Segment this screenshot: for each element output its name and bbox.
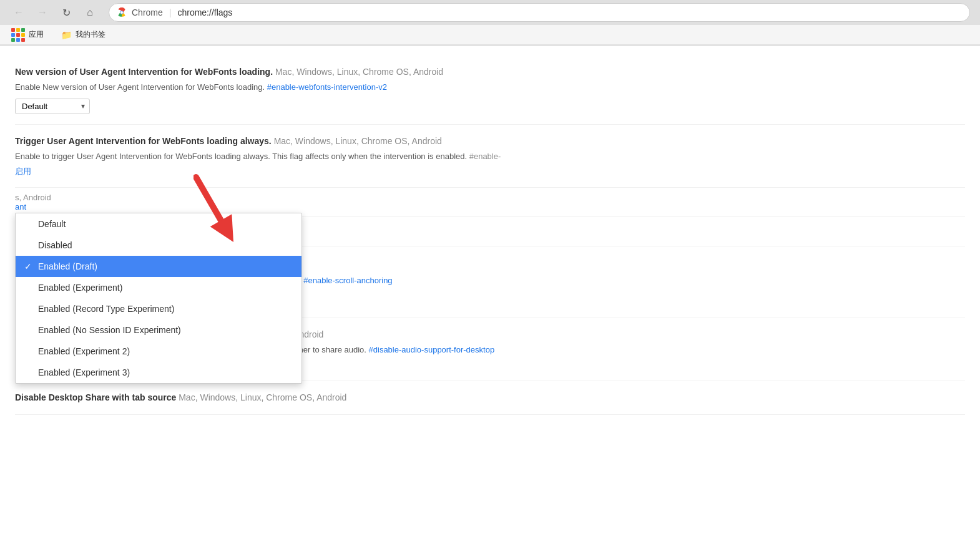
flag-description: Enable to trigger User Agent Interventio… <box>15 150 965 163</box>
apps-grid-icon <box>11 28 25 42</box>
flag-platforms: Mac, Windows, Linux, Chrome OS, Android <box>179 392 346 402</box>
dropdown-label: Enabled (Record Type Experiment) <box>38 304 174 314</box>
flag-webfonts-version: New version of User Agent Intervention f… <box>15 56 965 125</box>
refresh-button[interactable]: ↻ <box>57 4 75 21</box>
dropdown-item-enabled-nosession[interactable]: Enabled (No Session ID Experiment) <box>16 319 301 341</box>
forward-button[interactable]: → <box>34 4 51 21</box>
flag-link-partial: #enable- <box>469 152 501 161</box>
flag-enable-link[interactable]: 启用 <box>15 166 31 177</box>
page-content: New version of User Agent Intervention f… <box>0 46 980 549</box>
svg-point-1 <box>120 11 123 14</box>
partial-platforms: s, Android <box>15 193 51 202</box>
dropdown-label: Default <box>38 219 66 229</box>
flag-disable-desktop-share: Disable Desktop Share with tab source Ma… <box>15 381 965 415</box>
apps-bookmark[interactable]: 应用 <box>7 27 47 43</box>
flag-platforms: Mac, Windows, Linux, Chrome OS, Android <box>275 67 443 77</box>
apps-label: 应用 <box>29 29 44 40</box>
nav-buttons: ← → ↻ ⌂ <box>10 4 99 21</box>
dropdown-menu: Default Disabled ✓ Enabled (Draft) Enabl… <box>15 213 302 384</box>
bookmarks-bar: 应用 📁 我的书签 <box>0 25 980 45</box>
dropdown-item-enabled-experiment3[interactable]: Enabled (Experiment 3) <box>16 362 301 383</box>
folder-label: 我的书签 <box>76 29 105 40</box>
browser-chrome: ← → ↻ ⌂ Chrome | chrome://flags <box>0 0 980 46</box>
flag-title-bold: Trigger User Agent Intervention for WebF… <box>15 136 272 146</box>
dropdown-label: Enabled (Draft) <box>38 261 97 271</box>
browser-title: Chrome <box>132 7 163 17</box>
dropdown-item-enabled-draft[interactable]: ✓ Enabled (Draft) <box>16 256 301 277</box>
flag-title: New version of User Agent Intervention f… <box>15 66 965 79</box>
flag-title-bold: Disable Desktop Share with tab source <box>15 392 176 402</box>
dropdown-item-enabled-experiment2[interactable]: Enabled (Experiment 2) <box>16 341 301 362</box>
flag-anchor-link[interactable]: #enable-webfonts-intervention-v2 <box>267 82 387 92</box>
url-separator: | <box>169 7 172 17</box>
dropdown-item-default[interactable]: Default <box>16 213 301 235</box>
flag-title: Disable Desktop Share with tab source Ma… <box>15 391 965 404</box>
back-button[interactable]: ← <box>10 4 27 21</box>
flag-description: Enable New version of User Agent Interve… <box>15 81 965 94</box>
flag-select[interactable]: Default Disabled Enabled <box>15 99 90 114</box>
partial-link-1[interactable]: ant <box>15 202 26 211</box>
folder-icon: 📁 <box>61 30 72 40</box>
flag-anchor-link[interactable]: #enable-scroll-anchoring <box>303 276 392 285</box>
select-wrapper: Default Disabled Enabled ▾ <box>15 99 90 114</box>
title-bar: ← → ↻ ⌂ Chrome | chrome://flags <box>0 0 980 25</box>
dropdown-label: Enabled (Experiment 2) <box>38 346 130 356</box>
flag-trigger-webfonts: Trigger User Agent Intervention for WebF… <box>15 125 965 188</box>
dropdown-label: Enabled (Experiment) <box>38 283 122 293</box>
dropdown-label: Enabled (No Session ID Experiment) <box>38 325 181 335</box>
flag-platforms: Mac, Windows, Linux, Chrome OS, Android <box>274 136 442 146</box>
url-display: chrome://flags <box>177 7 232 17</box>
dropdown-item-disabled[interactable]: Disabled <box>16 235 301 256</box>
flag-anchor-link[interactable]: #disable-audio-support-for-desktop <box>369 345 495 354</box>
checkmark-icon: ✓ <box>24 261 32 271</box>
flag-title-bold: New version of User Agent Intervention f… <box>15 67 273 77</box>
dropdown-item-enabled-record[interactable]: Enabled (Record Type Experiment) <box>16 298 301 319</box>
dropdown-label: Disabled <box>38 240 72 250</box>
chrome-logo-icon <box>117 7 127 17</box>
flag-title: Trigger User Agent Intervention for WebF… <box>15 135 965 148</box>
dropdown-label: Enabled (Experiment 3) <box>38 367 130 377</box>
home-button[interactable]: ⌂ <box>81 4 99 21</box>
bookmarks-folder[interactable]: 📁 我的书签 <box>57 28 109 41</box>
address-bar[interactable]: Chrome | chrome://flags <box>109 3 970 22</box>
dropdown-item-enabled-experiment[interactable]: Enabled (Experiment) <box>16 277 301 298</box>
